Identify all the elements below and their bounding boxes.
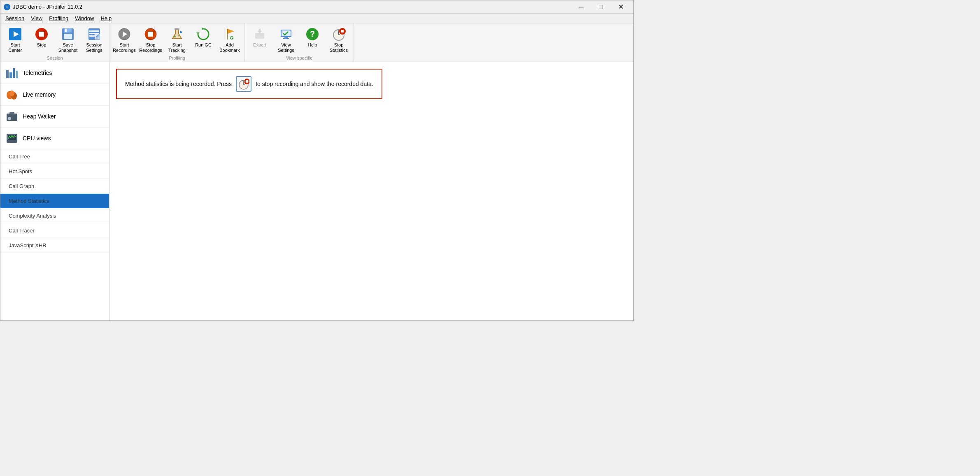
sidebar-item-heap-walker[interactable]: Heap Walker bbox=[0, 106, 109, 128]
svg-rect-53 bbox=[9, 112, 14, 114]
start-center-button[interactable]: StartCenter bbox=[2, 25, 28, 55]
sidebar-item-hot-spots[interactable]: Hot Spots bbox=[0, 164, 109, 179]
sidebar-item-call-tree[interactable]: Call Tree bbox=[0, 149, 109, 164]
stop-recording-inline-icon: STOP bbox=[238, 78, 249, 90]
hot-spots-label: Hot Spots bbox=[9, 168, 32, 174]
maximize-button[interactable]: □ bbox=[591, 0, 610, 14]
start-recordings-label: StartRecordings bbox=[113, 42, 136, 53]
stop-icon bbox=[35, 27, 49, 41]
svg-rect-6 bbox=[64, 34, 72, 39]
svg-rect-18 bbox=[148, 32, 153, 37]
stop-statistics-button[interactable]: StopStatistics bbox=[326, 25, 352, 55]
toolbar-group-profiling: StartRecordings StopRecordings bbox=[109, 23, 245, 62]
save-snapshot-button[interactable]: SaveSnapshot bbox=[55, 25, 81, 55]
svg-rect-28 bbox=[230, 37, 233, 38]
javascript-xhr-label: JavaScript XHR bbox=[9, 242, 47, 248]
stop-recording-inline-button[interactable]: STOP bbox=[236, 76, 251, 92]
svg-point-55 bbox=[9, 118, 10, 119]
session-settings-label: SessionSettings bbox=[86, 42, 102, 53]
sidebar-item-cpu-views[interactable]: CPU views bbox=[0, 128, 109, 149]
svg-rect-35 bbox=[283, 38, 289, 39]
session-group-label: Session bbox=[0, 55, 109, 62]
svg-marker-23 bbox=[196, 33, 200, 34]
svg-rect-52 bbox=[7, 114, 17, 121]
cpu-views-icon bbox=[5, 132, 19, 145]
heap-walker-label: Heap Walker bbox=[23, 113, 56, 120]
telemetries-label: Telemetries bbox=[23, 70, 52, 76]
stop-label: Stop bbox=[37, 42, 47, 48]
svg-rect-9 bbox=[89, 30, 99, 32]
sidebar-item-live-memory[interactable]: Live memory bbox=[0, 84, 109, 106]
svg-rect-25 bbox=[227, 29, 228, 39]
svg-rect-45 bbox=[6, 70, 9, 78]
svg-rect-31 bbox=[259, 29, 261, 34]
start-recordings-button[interactable]: StartRecordings bbox=[111, 25, 137, 55]
menu-window[interactable]: Window bbox=[72, 14, 97, 22]
stop-recordings-button[interactable]: StopRecordings bbox=[137, 25, 164, 55]
heap-walker-icon bbox=[5, 110, 19, 123]
minimize-button[interactable]: ─ bbox=[572, 0, 591, 14]
stop-statistics-label: StopStatistics bbox=[330, 42, 348, 53]
window-controls: ─ □ ✕ bbox=[572, 0, 630, 14]
svg-rect-29 bbox=[255, 33, 264, 39]
export-button[interactable]: Export bbox=[247, 25, 273, 55]
run-gc-label: Run GC bbox=[195, 42, 212, 48]
svg-rect-48 bbox=[16, 71, 18, 78]
svg-text:STOP: STOP bbox=[244, 80, 249, 83]
svg-point-20 bbox=[174, 36, 176, 37]
profiling-group-label: Profiling bbox=[109, 55, 244, 62]
view-settings-label: ViewSettings bbox=[278, 42, 294, 53]
start-tracking-button[interactable]: StartTracking bbox=[164, 25, 190, 55]
sidebar-item-call-tracer[interactable]: Call Tracer bbox=[0, 223, 109, 238]
sidebar-item-telemetries[interactable]: Telemetries bbox=[0, 62, 109, 84]
cpu-views-label: CPU views bbox=[23, 135, 51, 142]
start-tracking-icon bbox=[170, 27, 184, 41]
sidebar: Telemetries Live memory bbox=[0, 62, 109, 321]
session-settings-icon bbox=[87, 27, 101, 41]
sidebar-item-complexity-analysis[interactable]: Complexity Analysis bbox=[0, 209, 109, 223]
save-snapshot-icon bbox=[61, 27, 75, 41]
notice-text-after: to stop recording and show the recorded … bbox=[256, 81, 373, 87]
view-specific-group-label: View specific bbox=[245, 55, 354, 62]
sidebar-item-call-graph[interactable]: Call Graph bbox=[0, 179, 109, 194]
view-settings-button[interactable]: ViewSettings bbox=[273, 25, 299, 55]
svg-rect-19 bbox=[175, 28, 179, 30]
sidebar-item-javascript-xhr[interactable]: JavaScript XHR bbox=[0, 238, 109, 253]
call-graph-label: Call Graph bbox=[9, 183, 34, 189]
run-gc-button[interactable]: Run GC bbox=[190, 25, 216, 55]
add-bookmark-button[interactable]: AddBookmark bbox=[216, 25, 243, 55]
telemetries-icon bbox=[5, 66, 19, 79]
menu-profiling[interactable]: Profiling bbox=[46, 14, 72, 22]
svg-marker-24 bbox=[202, 27, 203, 30]
menu-session[interactable]: Session bbox=[2, 14, 28, 22]
start-recordings-icon bbox=[117, 27, 131, 41]
view-settings-icon bbox=[279, 27, 293, 41]
sidebar-item-method-statistics[interactable]: Method Statistics bbox=[0, 194, 109, 209]
menu-view[interactable]: View bbox=[28, 14, 46, 22]
live-memory-label: Live memory bbox=[23, 91, 56, 98]
stop-button[interactable]: Stop bbox=[28, 25, 55, 55]
menu-bar: Session View Profiling Window Help bbox=[0, 14, 633, 23]
menu-help[interactable]: Help bbox=[97, 14, 115, 22]
svg-rect-3 bbox=[39, 32, 44, 37]
help-button[interactable]: ? Help bbox=[299, 25, 326, 55]
session-settings-button[interactable]: SessionSettings bbox=[81, 25, 107, 55]
close-button[interactable]: ✕ bbox=[611, 0, 630, 14]
complexity-analysis-label: Complexity Analysis bbox=[9, 213, 56, 219]
content-area: Method statistics is being recorded. Pre… bbox=[109, 62, 633, 321]
method-statistics-label: Method Statistics bbox=[9, 198, 49, 204]
title-bar: i JDBC demo - JProfiler 11.0.2 ─ □ ✕ bbox=[0, 0, 633, 14]
svg-rect-46 bbox=[9, 72, 12, 78]
start-center-icon bbox=[8, 27, 22, 41]
run-gc-icon bbox=[196, 27, 210, 41]
main-layout: Telemetries Live memory bbox=[0, 62, 633, 321]
notice-box: Method statistics is being recorded. Pre… bbox=[116, 69, 382, 99]
svg-rect-47 bbox=[13, 68, 15, 78]
live-memory-icon bbox=[5, 88, 19, 101]
toolbar-group-view-specific: Export Vie bbox=[245, 23, 354, 62]
svg-point-51 bbox=[9, 91, 14, 96]
help-label: Help bbox=[308, 42, 317, 48]
toolbar-group-session: StartCenter Stop bbox=[0, 23, 109, 62]
svg-rect-44 bbox=[341, 30, 344, 33]
title-bar-text: JDBC demo - JProfiler 11.0.2 bbox=[13, 4, 572, 10]
